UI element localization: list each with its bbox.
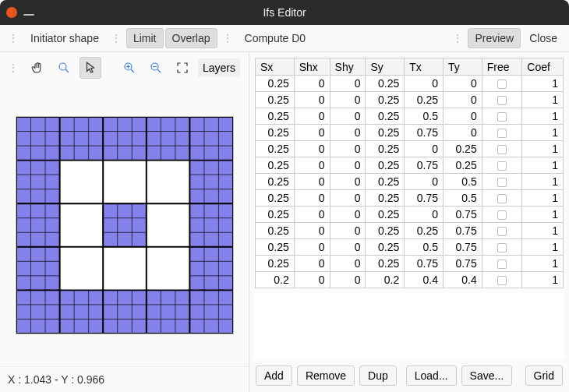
cell[interactable]: 0.25 [366, 207, 405, 223]
cell[interactable]: 0 [443, 92, 482, 108]
cell[interactable]: 0.25 [366, 108, 405, 125]
cell[interactable]: 0 [294, 141, 330, 157]
cell[interactable]: 0 [443, 108, 482, 125]
free-checkbox[interactable] [482, 141, 522, 157]
close-button[interactable]: Close [522, 28, 564, 48]
table-row[interactable]: 0.25000.2500.251 [256, 141, 564, 157]
cell[interactable]: 0.25 [256, 223, 295, 239]
column-header[interactable]: Ty [443, 58, 482, 76]
cell[interactable]: 0.2 [256, 272, 295, 288]
table-row[interactable]: 0.2000.20.40.41 [256, 272, 564, 288]
cell[interactable]: 0.25 [405, 223, 444, 239]
cell[interactable]: 0 [330, 207, 366, 223]
pointer-tool-icon[interactable] [80, 57, 101, 79]
cell[interactable]: 0.5 [443, 174, 482, 190]
cell[interactable]: 0.25 [256, 108, 295, 125]
cell[interactable]: 0 [294, 272, 330, 288]
cell[interactable]: 0.25 [366, 125, 405, 141]
free-checkbox[interactable] [482, 174, 522, 190]
free-checkbox[interactable] [482, 190, 522, 207]
table-row[interactable]: 0.25000.250.7501 [256, 125, 564, 141]
free-checkbox[interactable] [482, 108, 522, 125]
initiator-shape-button[interactable]: Initiator shape [23, 28, 106, 48]
cell[interactable]: 0 [405, 174, 444, 190]
cell[interactable]: 0.25 [405, 92, 444, 108]
compute-d0-button[interactable]: Compute D0 [238, 28, 313, 48]
cell[interactable]: 0.75 [443, 223, 482, 239]
cell[interactable]: 0.25 [366, 76, 405, 92]
table-row[interactable]: 0.25000.250.750.751 [256, 256, 564, 272]
cell[interactable]: 0 [294, 157, 330, 174]
cell[interactable]: 0 [294, 125, 330, 141]
cell[interactable]: 0 [330, 92, 366, 108]
toolbar-handle-right[interactable]: ⋮ [449, 32, 466, 44]
cell[interactable]: 0.75 [405, 256, 444, 272]
save-button[interactable]: Save... [461, 366, 513, 386]
toolbar-handle-2[interactable]: ⋮ [108, 32, 125, 44]
cell[interactable]: 0.25 [366, 239, 405, 256]
cell[interactable]: 0.25 [256, 125, 295, 141]
table-row[interactable]: 0.25000.250.501 [256, 108, 564, 125]
window-close-icon[interactable] [6, 7, 17, 18]
toolbar-handle-left[interactable]: ⋮ [5, 32, 22, 44]
ifs-canvas[interactable] [16, 116, 234, 334]
limit-button[interactable]: Limit [126, 28, 164, 48]
cell[interactable]: 0.25 [256, 190, 295, 207]
cell[interactable]: 0.2 [366, 272, 405, 288]
load-button[interactable]: Load... [406, 366, 457, 386]
cell[interactable]: 1 [522, 272, 564, 288]
table-row[interactable]: 0.25000.25001 [256, 76, 564, 92]
add-button[interactable]: Add [256, 366, 292, 386]
cell[interactable]: 0 [330, 256, 366, 272]
table-row[interactable]: 0.25000.250.750.251 [256, 157, 564, 174]
cell[interactable]: 0 [294, 174, 330, 190]
cell[interactable]: 1 [522, 108, 564, 125]
cell[interactable]: 1 [522, 256, 564, 272]
column-header[interactable]: Coef [522, 58, 564, 76]
cell[interactable]: 0.25 [256, 92, 295, 108]
cell[interactable]: 0 [294, 92, 330, 108]
column-header[interactable]: Free [482, 58, 522, 76]
cell[interactable]: 0 [330, 272, 366, 288]
cell[interactable]: 0.25 [256, 157, 295, 174]
table-row[interactable]: 0.25000.250.2501 [256, 92, 564, 108]
cell[interactable]: 0 [405, 207, 444, 223]
zoom-in-icon[interactable] [118, 57, 140, 79]
cell[interactable]: 1 [522, 76, 564, 92]
cell[interactable]: 1 [522, 92, 564, 108]
pan-tool-icon[interactable] [27, 57, 48, 79]
fit-icon[interactable] [171, 57, 193, 79]
cell[interactable]: 0 [294, 207, 330, 223]
cell[interactable]: 0.75 [405, 125, 444, 141]
cell[interactable]: 0.75 [405, 157, 444, 174]
cell[interactable]: 0.5 [405, 108, 444, 125]
remove-button[interactable]: Remove [297, 366, 355, 386]
cell[interactable]: 0 [443, 125, 482, 141]
cell[interactable]: 0 [294, 108, 330, 125]
cell[interactable]: 0.25 [443, 141, 482, 157]
cell[interactable]: 0.25 [443, 157, 482, 174]
free-checkbox[interactable] [482, 157, 522, 174]
overlap-button[interactable]: Overlap [165, 28, 217, 48]
table-row[interactable]: 0.25000.250.250.751 [256, 223, 564, 239]
table-row[interactable]: 0.25000.250.50.751 [256, 239, 564, 256]
free-checkbox[interactable] [482, 92, 522, 108]
grid-button[interactable]: Grid [525, 366, 563, 386]
free-checkbox[interactable] [482, 76, 522, 92]
cell[interactable]: 0.4 [405, 272, 444, 288]
cell[interactable]: 0 [405, 76, 444, 92]
cell[interactable]: 0.75 [405, 190, 444, 207]
column-header[interactable]: Shx [294, 58, 330, 76]
cell[interactable]: 0.5 [443, 190, 482, 207]
column-header[interactable]: Shy [330, 58, 366, 76]
cell[interactable]: 1 [522, 157, 564, 174]
cell[interactable]: 0.25 [366, 190, 405, 207]
free-checkbox[interactable] [482, 272, 522, 288]
dup-button[interactable]: Dup [359, 366, 397, 386]
cell[interactable]: 0 [330, 190, 366, 207]
cell[interactable]: 0 [294, 239, 330, 256]
cell[interactable]: 1 [522, 207, 564, 223]
free-checkbox[interactable] [482, 223, 522, 239]
layers-button[interactable]: Layers [198, 58, 240, 77]
cell[interactable]: 0 [330, 76, 366, 92]
